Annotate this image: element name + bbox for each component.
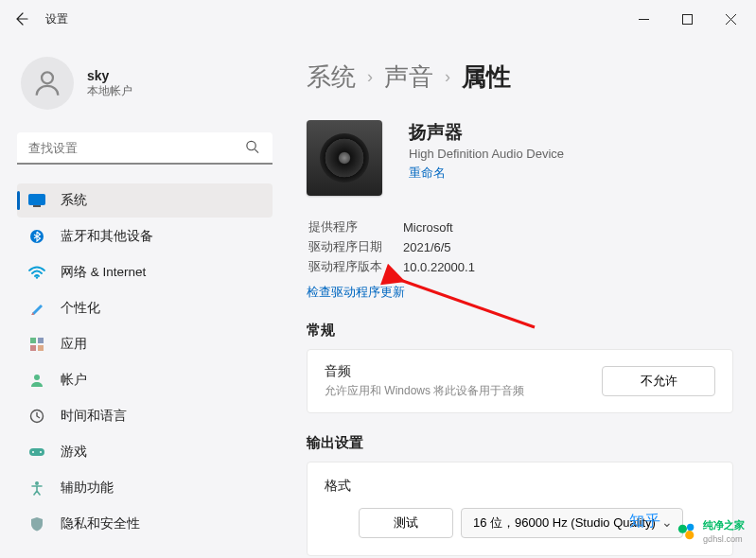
- bluetooth-icon: [28, 229, 45, 244]
- avatar: [21, 57, 74, 110]
- nav-system[interactable]: 系统: [17, 183, 273, 218]
- monitor-icon: [28, 194, 45, 207]
- rename-link[interactable]: 重命名: [409, 165, 446, 182]
- format-title: 格式: [325, 478, 715, 495]
- paintbrush-icon: [28, 301, 45, 316]
- svg-point-6: [36, 276, 38, 278]
- close-icon: [726, 14, 736, 25]
- shield-icon: [28, 516, 45, 532]
- disallow-button[interactable]: 不允许: [602, 366, 715, 396]
- search-input[interactable]: [17, 132, 273, 165]
- svg-point-18: [678, 524, 687, 532]
- svg-point-20: [685, 531, 694, 539]
- nav-label: 帐户: [61, 372, 87, 389]
- nav-gaming[interactable]: 游戏: [17, 435, 273, 469]
- section-general: 常规: [307, 322, 733, 340]
- user-profile[interactable]: sky 本地帐户: [17, 57, 273, 110]
- svg-rect-9: [30, 345, 36, 351]
- speaker-device-icon: [307, 120, 382, 196]
- svg-point-14: [32, 451, 34, 453]
- driver-version-label: 驱动程序版本: [308, 258, 401, 276]
- person-green-icon: [28, 373, 45, 388]
- nav-label: 蓝牙和其他设备: [61, 228, 153, 245]
- section-output: 输出设置: [307, 434, 733, 452]
- minimize-button[interactable]: [622, 4, 665, 34]
- svg-rect-8: [38, 338, 44, 343]
- svg-point-19: [687, 523, 694, 530]
- back-button[interactable]: [4, 4, 38, 34]
- svg-point-11: [34, 375, 40, 380]
- breadcrumb-system[interactable]: 系统: [307, 61, 356, 94]
- accessibility-icon: [28, 480, 45, 496]
- svg-rect-13: [29, 448, 44, 456]
- provider-value: Microsoft: [403, 218, 475, 236]
- clock-icon: [28, 409, 45, 424]
- nav-label: 应用: [61, 336, 87, 353]
- chevron-right-icon: ›: [445, 67, 450, 87]
- minimize-icon: [639, 14, 649, 25]
- audio-permission-card: 音频 允许应用和 Windows 将此设备用于音频 不允许: [307, 349, 733, 413]
- logo-icon: [677, 521, 697, 542]
- svg-rect-4: [33, 205, 41, 207]
- nav-time-language[interactable]: 时间和语言: [17, 399, 273, 433]
- nav-accounts[interactable]: 帐户: [17, 363, 273, 397]
- svg-point-16: [35, 481, 39, 485]
- provider-label: 提供程序: [308, 218, 401, 236]
- test-button[interactable]: 测试: [359, 508, 453, 538]
- svg-point-1: [42, 72, 53, 83]
- svg-rect-10: [38, 345, 44, 351]
- nav-label: 系统: [61, 192, 87, 209]
- wifi-icon: [28, 266, 45, 279]
- close-button[interactable]: [709, 4, 752, 34]
- driver-date-value: 2021/6/5: [403, 238, 475, 256]
- window-title: 设置: [45, 11, 68, 27]
- zhihu-watermark: 知乎: [629, 512, 661, 532]
- audio-card-desc: 允许应用和 Windows 将此设备用于音频: [325, 383, 524, 399]
- gamepad-icon: [28, 446, 45, 458]
- maximize-icon: [682, 14, 693, 25]
- svg-rect-0: [682, 14, 692, 24]
- nav-apps[interactable]: 应用: [17, 327, 273, 361]
- site-watermark: 纯净之家 gdhsl.com: [677, 518, 745, 544]
- nav-label: 个性化: [61, 300, 100, 317]
- nav-bluetooth[interactable]: 蓝牙和其他设备: [17, 219, 273, 253]
- driver-date-label: 驱动程序日期: [308, 238, 401, 256]
- chevron-right-icon: ›: [367, 67, 373, 87]
- breadcrumb-current: 属性: [462, 61, 511, 94]
- nav-label: 辅助功能: [61, 480, 114, 497]
- svg-rect-3: [29, 195, 45, 205]
- arrow-left-icon: [13, 11, 28, 26]
- driver-version-value: 10.0.22000.1: [403, 258, 475, 276]
- nav-label: 游戏: [61, 444, 87, 461]
- device-subtitle: High Definition Audio Device: [409, 147, 564, 161]
- nav-label: 网络 & Internet: [61, 264, 146, 281]
- nav-label: 隐私和安全性: [61, 515, 140, 532]
- nav-network[interactable]: 网络 & Internet: [17, 255, 273, 289]
- device-title: 扬声器: [409, 120, 564, 145]
- profile-name: sky: [87, 68, 132, 83]
- nav-label: 时间和语言: [61, 408, 127, 425]
- person-icon: [31, 67, 63, 99]
- svg-rect-7: [30, 338, 36, 343]
- profile-account-type: 本地帐户: [87, 83, 132, 99]
- breadcrumb-sound[interactable]: 声音: [384, 61, 433, 94]
- check-driver-updates-link[interactable]: 检查驱动程序更新: [307, 284, 405, 301]
- nav-privacy[interactable]: 隐私和安全性: [17, 507, 273, 541]
- format-card: 格式 测试 16 位，96000 Hz (Studio Quality): [307, 462, 733, 556]
- svg-point-15: [40, 451, 42, 453]
- maximize-button[interactable]: [665, 4, 709, 34]
- nav-personalization[interactable]: 个性化: [17, 291, 273, 325]
- breadcrumb: 系统 › 声音 › 属性: [307, 61, 733, 94]
- audio-card-title: 音频: [325, 363, 524, 380]
- nav-accessibility[interactable]: 辅助功能: [17, 471, 273, 505]
- apps-icon: [28, 337, 45, 352]
